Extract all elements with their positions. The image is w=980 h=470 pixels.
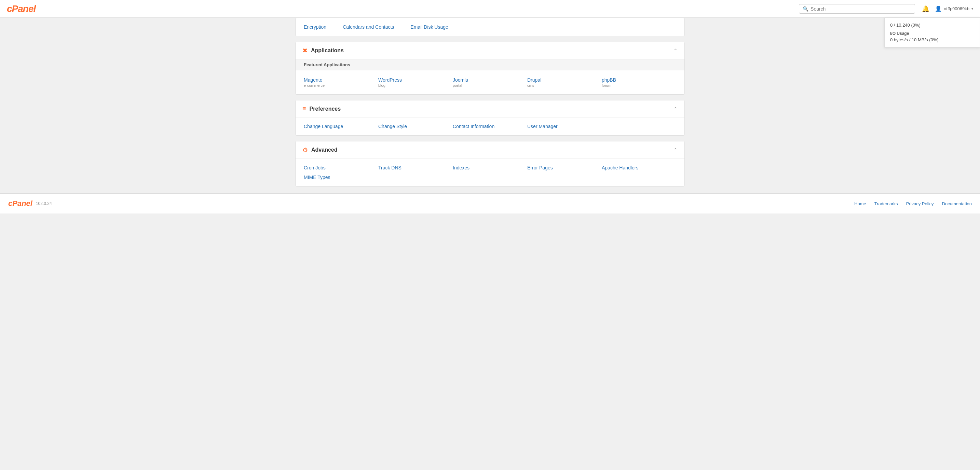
applications-section-header[interactable]: ✖ Applications ⌃: [296, 42, 684, 59]
app-item-phpbb: phpBB forum: [602, 77, 676, 87]
preferences-title: Preferences: [310, 106, 673, 112]
apache-handlers-link[interactable]: Apache Handlers: [602, 165, 676, 170]
change-language-link[interactable]: Change Language: [304, 124, 378, 129]
search-icon: 🔍: [803, 6, 808, 12]
featured-applications-label: Featured Applications: [296, 59, 684, 70]
app-item-magento: Magento e-commerce: [304, 77, 378, 87]
user-icon: 👤: [935, 5, 942, 12]
joomla-link[interactable]: Joomla: [453, 77, 527, 83]
preferences-chevron-icon: ⌃: [673, 106, 678, 112]
main-content: Encryption Calendars and Contacts Email …: [288, 18, 692, 186]
footer: cPanel 102.0.24 Home Trademarks Privacy …: [0, 193, 980, 213]
apps-grid: Magento e-commerce WordPress blog Joomla…: [296, 70, 684, 94]
advanced-section-header[interactable]: ⚙ Advanced ⌃: [296, 141, 684, 159]
user-menu[interactable]: 👤 otffp90069kb ▾: [935, 5, 973, 12]
applications-section: ✖ Applications ⌃ Featured Applications M…: [295, 42, 685, 95]
phpbb-sub: forum: [602, 83, 676, 87]
bell-icon[interactable]: 🔔: [922, 5, 929, 13]
indexes-link[interactable]: Indexes: [453, 165, 527, 170]
io-usage-label: I/O Usage: [890, 31, 974, 36]
footer-trademarks-link[interactable]: Trademarks: [874, 201, 898, 206]
applications-icon: ✖: [302, 47, 307, 54]
footer-links: Home Trademarks Privacy Policy Documenta…: [854, 201, 972, 206]
applications-title: Applications: [311, 48, 673, 54]
encryption-link[interactable]: Encryption: [304, 24, 326, 30]
track-dns-link[interactable]: Track DNS: [378, 165, 453, 170]
chevron-down-icon: ▾: [972, 7, 973, 11]
app-item-wordpress: WordPress blog: [378, 77, 453, 87]
joomla-sub: portal: [453, 83, 527, 87]
applications-chevron-icon: ⌃: [673, 48, 678, 53]
email-section-items: Encryption Calendars and Contacts Email …: [295, 18, 685, 36]
preferences-section-header[interactable]: ≡ Preferences ⌃: [296, 100, 684, 118]
footer-privacy-link[interactable]: Privacy Policy: [906, 201, 934, 206]
footer-documentation-link[interactable]: Documentation: [942, 201, 972, 206]
search-box[interactable]: 🔍: [799, 4, 915, 14]
search-input[interactable]: [810, 6, 911, 12]
footer-logo: cPanel: [8, 199, 32, 208]
mime-types-link[interactable]: MIME Types: [304, 175, 378, 180]
footer-home-link[interactable]: Home: [854, 201, 866, 206]
header: cPanel 🔍 🔔 👤 otffp90069kb ▾ 0 / 10,240 (…: [0, 0, 980, 18]
advanced-title: Advanced: [311, 147, 673, 153]
wordpress-sub: blog: [378, 83, 453, 87]
calendars-contacts-link[interactable]: Calendars and Contacts: [343, 24, 394, 30]
wordpress-link[interactable]: WordPress: [378, 77, 453, 83]
advanced-icon: ⚙: [302, 146, 308, 154]
magento-link[interactable]: Magento: [304, 77, 378, 83]
io-usage-value: 0 bytes/s / 10 MB/s (0%): [890, 37, 974, 42]
advanced-items: Cron Jobs Track DNS Indexes Error Pages …: [296, 159, 684, 186]
drupal-sub: cms: [527, 83, 602, 87]
cron-jobs-link[interactable]: Cron Jobs: [304, 165, 378, 170]
email-disk-usage-link[interactable]: Email Disk Usage: [410, 24, 448, 30]
error-pages-link[interactable]: Error Pages: [527, 165, 602, 170]
app-item-drupal: Drupal cms: [527, 77, 602, 87]
footer-version: 102.0.24: [36, 201, 52, 206]
user-manager-link[interactable]: User Manager: [527, 124, 602, 129]
usage-dropdown: 0 / 10,240 (0%) I/O Usage 0 bytes/s / 10…: [885, 18, 980, 48]
disk-usage-value: 0 / 10,240 (0%): [890, 22, 974, 28]
cpanel-logo: cPanel: [7, 3, 35, 14]
advanced-section: ⚙ Advanced ⌃ Cron Jobs Track DNS Indexes…: [295, 141, 685, 186]
phpbb-link[interactable]: phpBB: [602, 77, 676, 83]
magento-sub: e-commerce: [304, 83, 378, 87]
preferences-section: ≡ Preferences ⌃ Change Language Change S…: [295, 100, 685, 136]
drupal-link[interactable]: Drupal: [527, 77, 602, 83]
change-style-link[interactable]: Change Style: [378, 124, 453, 129]
preferences-items: Change Language Change Style Contact Inf…: [296, 118, 684, 135]
header-icons: 🔔 👤 otffp90069kb ▾: [922, 5, 973, 13]
app-item-joomla: Joomla portal: [453, 77, 527, 87]
advanced-chevron-icon: ⌃: [673, 147, 678, 153]
user-name: otffp90069kb: [944, 6, 969, 11]
contact-information-link[interactable]: Contact Information: [453, 124, 527, 129]
preferences-icon: ≡: [302, 105, 306, 113]
